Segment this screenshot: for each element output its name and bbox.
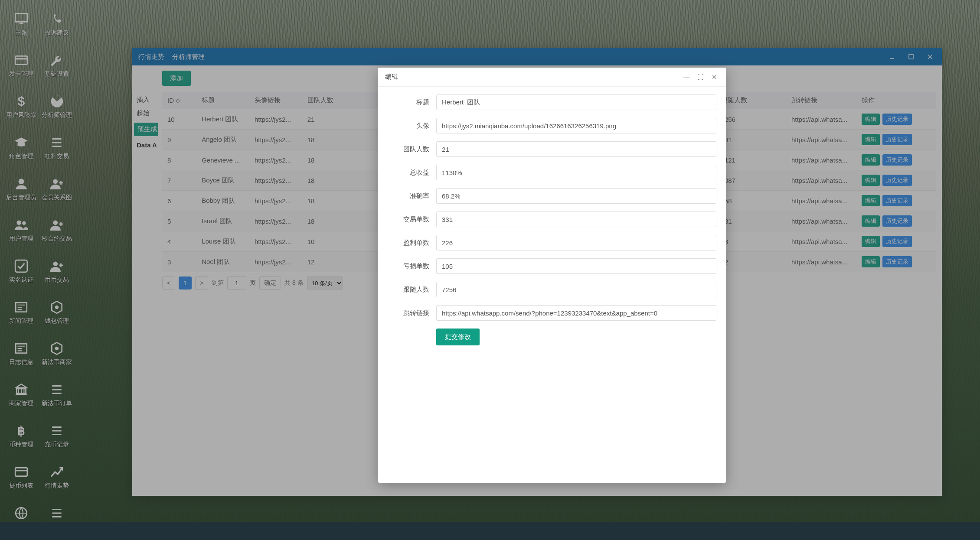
form-row-5: 交易单数 [388,211,716,227]
modal-maximize[interactable]: ⛶ [696,72,705,82]
form-label: 准确率 [388,192,429,200]
form-label: 总收益 [388,169,429,177]
form-label: 头像 [388,122,429,130]
form-input-2[interactable] [436,141,716,157]
form-label: 亏损单数 [388,262,429,270]
form-row-0: 标题 [388,94,716,110]
form-row-2: 团队人数 [388,141,716,157]
form-input-8[interactable] [436,282,716,297]
form-input-0[interactable] [436,94,716,110]
form-input-6[interactable] [436,235,716,250]
form-label: 交易单数 [388,215,429,224]
form-input-3[interactable] [436,165,716,180]
form-row-3: 总收益 [388,165,716,180]
form-row-1: 头像 [388,118,716,133]
form-label: 盈利单数 [388,239,429,247]
form-input-7[interactable] [436,258,716,274]
form-input-5[interactable] [436,211,716,227]
form-label: 团队人数 [388,145,429,153]
modal-close[interactable]: ✕ [709,72,719,82]
modal-title: 编辑 [385,73,398,81]
form-label: 跟随人数 [388,286,429,294]
form-input-4[interactable] [436,188,716,204]
modal-minimize[interactable]: — [682,72,691,82]
submit-button[interactable]: 提交修改 [436,329,480,345]
form-label: 跳转链接 [388,309,429,317]
form-row-4: 准确率 [388,188,716,204]
form-input-9[interactable] [436,305,716,321]
modal-body: 标题头像团队人数总收益准确率交易单数盈利单数亏损单数跟随人数跳转链接提交修改 [378,87,726,483]
form-row-6: 盈利单数 [388,235,716,250]
form-row-7: 亏损单数 [388,258,716,274]
form-input-1[interactable] [436,118,716,133]
form-row-9: 跳转链接 [388,305,716,321]
edit-modal: 编辑 — ⛶ ✕ 标题头像团队人数总收益准确率交易单数盈利单数亏损单数跟随人数跳… [378,68,726,483]
form-label: 标题 [388,98,429,107]
form-row-8: 跟随人数 [388,282,716,297]
modal-header: 编辑 — ⛶ ✕ [378,68,726,87]
